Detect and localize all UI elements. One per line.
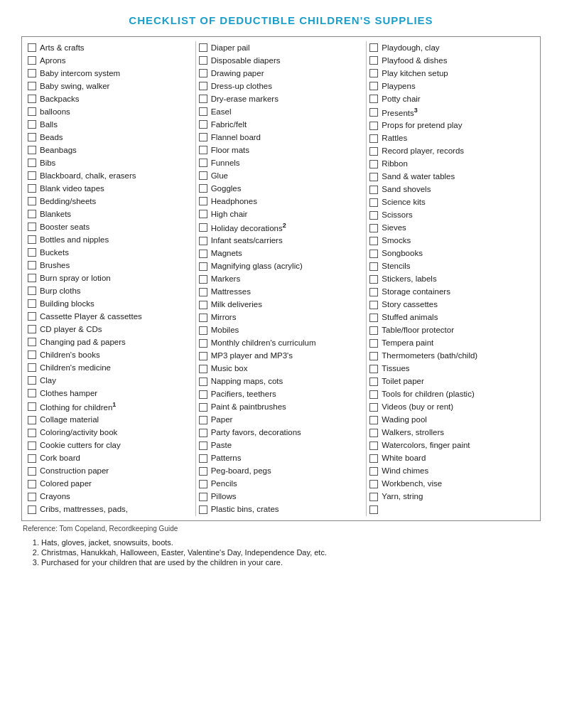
- checkbox[interactable]: [199, 146, 207, 154]
- checkbox[interactable]: [28, 43, 36, 52]
- checkbox[interactable]: [199, 390, 207, 399]
- checkbox[interactable]: [28, 338, 36, 346]
- checkbox[interactable]: [199, 120, 207, 129]
- checkbox[interactable]: [28, 376, 36, 385]
- checkbox[interactable]: [28, 223, 36, 231]
- checkbox[interactable]: [28, 389, 36, 397]
- checkbox[interactable]: [199, 454, 207, 463]
- checkbox[interactable]: [28, 107, 36, 116]
- checkbox[interactable]: [28, 197, 36, 205]
- checkbox[interactable]: [28, 235, 36, 244]
- checkbox[interactable]: [28, 287, 36, 295]
- checkbox[interactable]: [369, 467, 378, 476]
- checkbox[interactable]: [28, 505, 36, 514]
- checkbox[interactable]: [28, 184, 36, 193]
- checkbox[interactable]: [28, 69, 36, 77]
- checkbox[interactable]: [369, 95, 378, 103]
- checkbox[interactable]: [369, 390, 378, 399]
- checkbox[interactable]: [28, 261, 36, 269]
- checkbox[interactable]: [369, 339, 378, 348]
- checkbox[interactable]: [369, 493, 378, 501]
- checkbox[interactable]: [199, 352, 207, 360]
- checkbox[interactable]: [28, 493, 36, 501]
- checkbox[interactable]: [28, 350, 36, 359]
- checkbox[interactable]: [369, 186, 378, 194]
- checkbox[interactable]: [369, 69, 378, 77]
- checkbox[interactable]: [28, 210, 36, 218]
- checkbox[interactable]: [369, 275, 378, 284]
- checkbox[interactable]: [369, 211, 378, 220]
- checkbox[interactable]: [199, 429, 207, 437]
- checkbox[interactable]: [369, 122, 378, 130]
- checkbox[interactable]: [28, 325, 36, 333]
- checkbox[interactable]: [199, 250, 207, 258]
- checkbox[interactable]: [28, 429, 36, 437]
- checkbox[interactable]: [369, 160, 378, 168]
- checkbox[interactable]: [369, 262, 378, 271]
- checkbox[interactable]: [28, 467, 36, 476]
- checkbox[interactable]: [28, 82, 36, 90]
- checkbox[interactable]: [28, 171, 36, 180]
- checkbox[interactable]: [199, 505, 207, 514]
- checkbox[interactable]: [199, 275, 207, 284]
- checkbox[interactable]: [28, 441, 36, 450]
- checkbox[interactable]: [369, 378, 378, 386]
- checkbox[interactable]: [199, 237, 207, 245]
- checkbox[interactable]: [28, 402, 36, 411]
- checkbox[interactable]: [199, 107, 207, 116]
- checkbox[interactable]: [199, 171, 207, 180]
- checkbox[interactable]: [199, 56, 207, 65]
- checkbox[interactable]: [369, 134, 378, 143]
- checkbox[interactable]: [369, 429, 378, 437]
- checkbox[interactable]: [28, 299, 36, 308]
- checkbox[interactable]: [369, 352, 378, 360]
- checkbox[interactable]: [199, 288, 207, 296]
- checkbox[interactable]: [199, 314, 207, 322]
- checkbox[interactable]: [199, 95, 207, 103]
- checkbox[interactable]: [369, 237, 378, 245]
- checkbox[interactable]: [199, 210, 207, 218]
- checkbox[interactable]: [28, 95, 36, 103]
- checkbox[interactable]: [199, 133, 207, 141]
- checkbox[interactable]: [199, 403, 207, 412]
- checkbox[interactable]: [28, 274, 36, 282]
- checkbox[interactable]: [28, 120, 36, 129]
- checkbox[interactable]: [369, 147, 378, 156]
- checkbox[interactable]: [199, 197, 207, 205]
- checkbox[interactable]: [369, 505, 378, 514]
- checkbox[interactable]: [369, 250, 378, 258]
- checkbox[interactable]: [369, 403, 378, 412]
- checkbox[interactable]: [369, 454, 378, 463]
- checkbox[interactable]: [369, 82, 378, 90]
- checkbox[interactable]: [28, 480, 36, 488]
- checkbox[interactable]: [199, 378, 207, 386]
- checkbox[interactable]: [28, 416, 36, 424]
- checkbox[interactable]: [199, 159, 207, 167]
- checkbox[interactable]: [369, 416, 378, 424]
- checkbox[interactable]: [199, 365, 207, 373]
- checkbox[interactable]: [199, 262, 207, 271]
- checkbox[interactable]: [199, 339, 207, 348]
- checkbox[interactable]: [28, 146, 36, 154]
- checkbox[interactable]: [369, 326, 378, 335]
- checkbox[interactable]: [199, 416, 207, 424]
- checkbox[interactable]: [28, 133, 36, 141]
- checkbox[interactable]: [28, 363, 36, 372]
- checkbox[interactable]: [369, 301, 378, 309]
- checkbox[interactable]: [28, 454, 36, 463]
- checkbox[interactable]: [369, 43, 378, 52]
- checkbox[interactable]: [369, 56, 378, 65]
- checkbox[interactable]: [28, 248, 36, 257]
- checkbox[interactable]: [369, 314, 378, 322]
- checkbox[interactable]: [199, 82, 207, 90]
- checkbox[interactable]: [369, 198, 378, 207]
- checkbox[interactable]: [369, 224, 378, 232]
- checkbox[interactable]: [199, 326, 207, 335]
- checkbox[interactable]: [199, 493, 207, 501]
- checkbox[interactable]: [199, 69, 207, 77]
- checkbox[interactable]: [369, 480, 378, 488]
- checkbox[interactable]: [199, 223, 207, 232]
- checkbox[interactable]: [28, 56, 36, 65]
- checkbox[interactable]: [199, 43, 207, 52]
- checkbox[interactable]: [28, 159, 36, 167]
